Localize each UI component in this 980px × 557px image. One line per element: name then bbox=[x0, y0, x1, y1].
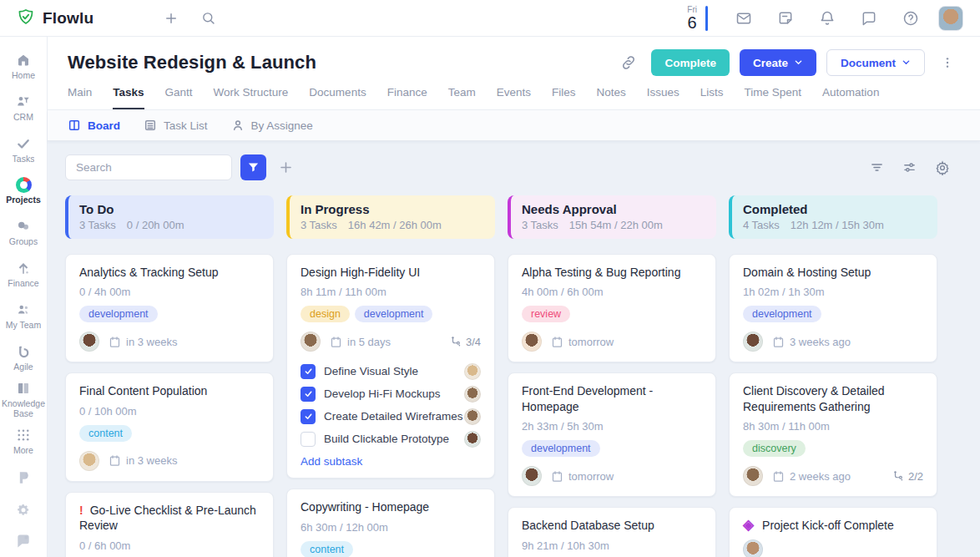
task-card[interactable]: !Go-Live Checklist & Pre-Launch Review 0… bbox=[65, 492, 274, 557]
document-button[interactable]: Document bbox=[826, 49, 925, 76]
gear-icon[interactable] bbox=[935, 160, 950, 175]
task-card[interactable]: Design High-Fidelity UI 8h 11m / 11h 00m… bbox=[286, 254, 495, 479]
chevron-down-icon bbox=[794, 57, 803, 69]
app-logo[interactable]: Flowlu bbox=[17, 8, 149, 29]
view-tab-task-list[interactable]: Task List bbox=[144, 119, 208, 132]
due-date: tomorrow bbox=[551, 336, 614, 348]
date-weekday: Fri bbox=[687, 5, 697, 14]
sliders-icon[interactable] bbox=[902, 160, 917, 175]
kebab-menu-icon[interactable] bbox=[935, 50, 960, 75]
assignee-avatar bbox=[522, 332, 542, 352]
subtask-checkbox[interactable] bbox=[301, 409, 316, 424]
crm-icon bbox=[15, 94, 32, 110]
task-card[interactable]: Client Discovery & Detailed Requirements… bbox=[729, 372, 937, 497]
tab-tasks[interactable]: Tasks bbox=[113, 86, 144, 109]
tag-content: content bbox=[79, 425, 132, 442]
sidebar-item-agile[interactable]: Agile bbox=[0, 337, 48, 378]
due-date: 2 weeks ago bbox=[772, 470, 851, 483]
tab-issues[interactable]: Issues bbox=[647, 86, 679, 109]
complete-button[interactable]: Complete bbox=[651, 49, 730, 76]
tab-gantt[interactable]: Gantt bbox=[165, 86, 193, 109]
subtask-count: 3/4 bbox=[450, 336, 481, 348]
task-card[interactable]: Copywriting - Homepage 6h 30m / 12h 00m … bbox=[286, 489, 495, 557]
column-time: 15h 54m / 22h 00m bbox=[569, 219, 663, 231]
tag-discovery: discovery bbox=[743, 440, 806, 457]
global-search-button[interactable] bbox=[194, 4, 222, 33]
assignee-avatar bbox=[79, 332, 99, 352]
search-input[interactable] bbox=[65, 154, 232, 180]
my-team-icon bbox=[15, 301, 32, 318]
calendar-date-widget[interactable]: Fri 6 bbox=[687, 5, 708, 32]
mail-icon[interactable] bbox=[730, 4, 758, 33]
flowlu-logo-icon bbox=[17, 8, 35, 29]
task-card[interactable]: Front-End Development - Homepage 2h 33m … bbox=[508, 372, 716, 497]
board-content: To Do 3 Tasks 0 / 20h 00m Analytics & Tr… bbox=[48, 141, 980, 557]
task-card[interactable]: Domain & Hosting Setup 1h 02m / 1h 30m d… bbox=[729, 254, 937, 362]
board-options bbox=[870, 160, 950, 175]
column-header-in-progress: In Progress 3 Tasks 16h 42m / 26h 00m bbox=[286, 195, 495, 239]
tag-development: development bbox=[743, 306, 821, 322]
sidebar-item-knowledge-base[interactable]: Knowledge Base bbox=[0, 378, 48, 420]
calendar-icon bbox=[551, 336, 563, 348]
calendar-icon bbox=[772, 470, 785, 483]
global-add-button[interactable] bbox=[157, 4, 185, 33]
add-task-button[interactable] bbox=[278, 160, 294, 175]
view-tab-by-assignee[interactable]: By Assignee bbox=[231, 119, 313, 132]
brand-name: Flowlu bbox=[43, 9, 93, 28]
sidebar-item-more[interactable]: More bbox=[0, 420, 48, 462]
column-task-count: 3 Tasks bbox=[522, 219, 558, 231]
sidebar-item-my-team[interactable]: My Team bbox=[0, 296, 48, 337]
create-button[interactable]: Create bbox=[740, 49, 816, 76]
subtask-checkbox[interactable] bbox=[301, 387, 316, 402]
sidebar-item-home[interactable]: Home bbox=[0, 45, 48, 87]
column-task-count: 4 Tasks bbox=[743, 219, 780, 231]
add-subtask-link[interactable]: Add subtask bbox=[301, 455, 481, 468]
milestone-card[interactable]: ◈ Project Kick-off Complete bbox=[729, 507, 937, 557]
sidebar-item-projects[interactable]: Projects bbox=[0, 170, 48, 212]
sidebar-item-groups[interactable]: Groups bbox=[0, 212, 48, 254]
column-task-count: 3 Tasks bbox=[301, 219, 337, 231]
calendar-icon bbox=[772, 336, 785, 348]
notifications-bell-icon[interactable] bbox=[813, 4, 841, 33]
tab-files[interactable]: Files bbox=[552, 86, 576, 109]
app-shortcut-icon-1[interactable] bbox=[0, 462, 48, 494]
due-date: tomorrow bbox=[551, 470, 614, 483]
groups-icon bbox=[15, 218, 32, 235]
subtask-count: 2/2 bbox=[892, 470, 923, 483]
subtask-assignee-avatar bbox=[464, 363, 481, 380]
tab-main[interactable]: Main bbox=[68, 86, 92, 109]
task-card[interactable]: Backend Database Setup 9h 21m / 10h 30m … bbox=[508, 507, 716, 557]
tab-team[interactable]: Team bbox=[448, 86, 476, 109]
app-shortcut-icon-2[interactable] bbox=[0, 494, 48, 525]
app-shortcut-icon-3[interactable] bbox=[0, 525, 48, 557]
filter-funnel-button[interactable] bbox=[240, 154, 266, 180]
tab-lists[interactable]: Lists bbox=[700, 86, 724, 109]
view-tab-board[interactable]: Board bbox=[68, 119, 120, 132]
copy-link-icon[interactable] bbox=[616, 50, 641, 75]
due-date: in 3 weeks bbox=[109, 454, 177, 467]
subtask-assignee-avatar bbox=[464, 431, 481, 448]
tab-work-structure[interactable]: Work Structure bbox=[214, 86, 289, 109]
chat-icon[interactable] bbox=[855, 4, 883, 33]
tab-documents[interactable]: Documents bbox=[309, 86, 366, 109]
assignee-avatar bbox=[743, 332, 763, 352]
subtask-checkbox[interactable] bbox=[301, 364, 316, 379]
notes-icon[interactable] bbox=[771, 4, 800, 33]
task-card[interactable]: Final Content Population 0 / 10h 00m con… bbox=[65, 372, 274, 481]
task-card[interactable]: Analytics & Tracking Setup 0 / 4h 00m de… bbox=[65, 254, 274, 362]
sidebar-item-finance[interactable]: Finance bbox=[0, 254, 48, 296]
help-icon[interactable] bbox=[897, 4, 925, 33]
sidebar-item-crm[interactable]: CRM bbox=[0, 87, 48, 129]
tab-finance[interactable]: Finance bbox=[387, 86, 427, 109]
tab-automation[interactable]: Automation bbox=[822, 86, 879, 109]
column-task-count: 3 Tasks bbox=[79, 219, 116, 231]
user-avatar[interactable] bbox=[938, 6, 963, 31]
task-card[interactable]: Alpha Testing & Bug Reporting 4h 00m / 6… bbox=[508, 254, 716, 362]
sidebar-item-tasks[interactable]: Tasks bbox=[0, 129, 48, 170]
tab-time-spent[interactable]: Time Spent bbox=[745, 86, 802, 109]
calendar-icon bbox=[330, 336, 342, 348]
subtask-checkbox[interactable] bbox=[301, 432, 316, 447]
tab-events[interactable]: Events bbox=[497, 86, 531, 109]
tab-notes[interactable]: Notes bbox=[596, 86, 625, 109]
filter-lines-icon[interactable] bbox=[870, 160, 884, 175]
